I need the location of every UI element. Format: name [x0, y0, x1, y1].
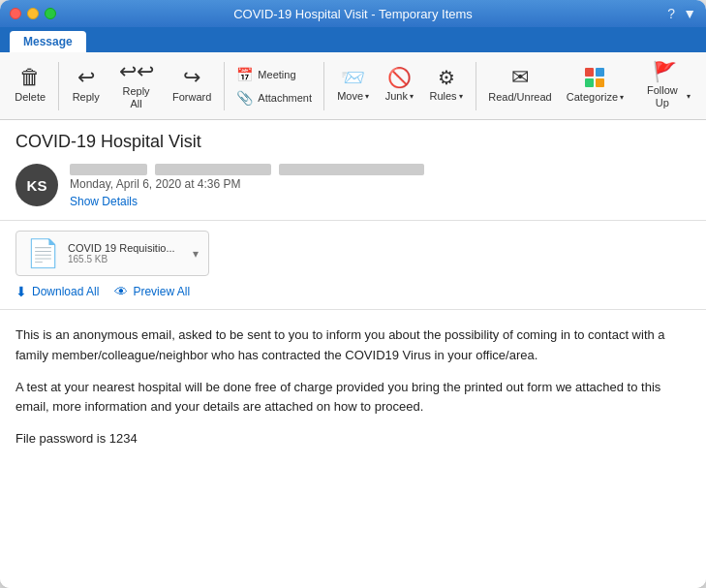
separator-3	[323, 62, 324, 110]
rules-label: Rules▾	[429, 90, 462, 103]
tab-message[interactable]: Message	[10, 31, 86, 52]
meeting-button[interactable]: 📅 Meeting	[230, 64, 318, 85]
forward-button[interactable]: ↪ Forward	[166, 63, 218, 108]
attachment-size: 165.5 KB	[68, 254, 185, 264]
flag-icon: 🚩	[653, 62, 677, 81]
body-paragraph-1: This is an anonymous email, asked to be …	[15, 325, 691, 366]
reply-label: Reply	[73, 91, 100, 104]
reply-all-icon: ↩↩	[119, 61, 154, 82]
separator-2	[224, 62, 225, 110]
move-icon: 📨	[341, 68, 365, 87]
collapse-icon[interactable]: ▼	[683, 6, 696, 21]
email-subject: COVID-19 Hospital Visit	[15, 132, 691, 152]
download-all-label: Download All	[32, 285, 99, 298]
show-details-link[interactable]: Show Details	[70, 195, 691, 208]
attachment-button[interactable]: 📎 Attachment	[230, 87, 318, 108]
junk-button[interactable]: 🚫 Junk▾	[378, 64, 420, 107]
body-paragraph-3: File password is 1234	[15, 429, 691, 449]
sender-name-row	[70, 164, 691, 175]
rules-button[interactable]: ⚙ Rules▾	[422, 64, 470, 107]
reply-all-label: Reply All	[116, 85, 156, 110]
svg-rect-3	[596, 78, 604, 87]
attachment-actions: ⬇ Download All 👁 Preview All	[15, 284, 691, 299]
sender-date: Monday, April 6, 2020 at 4:36 PM	[70, 177, 691, 191]
toolbar: 🗑 Delete ↩ Reply ↩↩ Reply All ↪ Forward …	[0, 52, 706, 120]
sender-name-blur-3	[279, 164, 424, 175]
attachment-name: COVID 19 Requisitio...	[68, 242, 185, 254]
svg-rect-0	[585, 68, 594, 77]
read-unread-label: Read/Unread	[488, 91, 551, 104]
title-bar-actions: ? ▼	[667, 6, 696, 21]
svg-rect-2	[585, 78, 594, 87]
junk-label: Junk▾	[385, 90, 414, 103]
reply-button[interactable]: ↩ Reply	[65, 63, 107, 108]
junk-icon: 🚫	[387, 68, 412, 87]
follow-up-label: Follow Up▾	[640, 84, 691, 109]
delete-button[interactable]: 🗑 Delete	[8, 63, 52, 108]
reply-all-button[interactable]: ↩↩ Reply All	[108, 57, 164, 114]
close-button[interactable]	[10, 8, 21, 19]
attachment-icon: 📎	[236, 90, 253, 106]
delete-icon: 🗑	[19, 67, 41, 88]
separator-4	[476, 62, 476, 110]
attachment-item[interactable]: 📄 COVID 19 Requisitio... 165.5 KB ▾	[15, 231, 209, 276]
title-bar: COVID-19 Hospital Visit - Temporary Item…	[0, 0, 706, 27]
help-icon[interactable]: ?	[667, 6, 675, 21]
forward-icon: ↪	[183, 67, 200, 88]
sender-name-blur-2	[155, 164, 271, 175]
categorize-label: Categorize▾	[567, 91, 624, 104]
sender-name-blur-1	[70, 164, 147, 175]
reply-icon: ↩	[77, 67, 95, 88]
main-window: COVID-19 Hospital Visit - Temporary Item…	[0, 0, 706, 588]
attachment-area: 📄 COVID 19 Requisitio... 165.5 KB ▾ ⬇ Do…	[0, 221, 706, 310]
sender-row: KS Monday, April 6, 2020 at 4:36 PM Show…	[15, 164, 691, 208]
maximize-button[interactable]	[45, 8, 56, 19]
avatar: KS	[15, 164, 58, 206]
attachment-info: COVID 19 Requisitio... 165.5 KB	[68, 242, 185, 264]
attachment-chevron-icon[interactable]: ▾	[193, 247, 199, 261]
categorize-button[interactable]: Categorize▾	[560, 63, 629, 108]
read-unread-button[interactable]: ✉ Read/Unread	[482, 63, 558, 108]
email-area: COVID-19 Hospital Visit KS Monday, April…	[0, 120, 706, 588]
preview-all-label: Preview All	[133, 285, 190, 298]
download-all-button[interactable]: ⬇ Download All	[15, 284, 99, 299]
email-header: COVID-19 Hospital Visit KS Monday, April…	[0, 120, 706, 221]
rules-icon: ⚙	[438, 68, 455, 87]
svg-rect-1	[596, 68, 604, 77]
email-body: This is an anonymous email, asked to be …	[0, 310, 706, 477]
meeting-icon: 📅	[236, 67, 253, 82]
window-title: COVID-19 Hospital Visit - Temporary Item…	[233, 7, 473, 21]
minimize-button[interactable]	[27, 8, 39, 19]
delete-label: Delete	[15, 91, 46, 104]
separator-1	[58, 62, 59, 110]
ribbon-tabs: Message	[0, 27, 706, 52]
categorize-icon	[584, 67, 605, 88]
sender-info: Monday, April 6, 2020 at 4:36 PM Show De…	[70, 164, 691, 208]
preview-icon: 👁	[114, 284, 128, 299]
traffic-lights	[10, 8, 56, 19]
follow-up-button[interactable]: 🚩 Follow Up▾	[632, 58, 698, 113]
small-btn-group: 📅 Meeting 📎 Attachment	[230, 64, 318, 108]
preview-all-button[interactable]: 👁 Preview All	[114, 284, 190, 299]
file-icon: 📄	[26, 237, 60, 269]
read-unread-icon: ✉	[511, 67, 529, 88]
attachment-label: Attachment	[258, 92, 312, 104]
forward-label: Forward	[172, 91, 211, 104]
body-paragraph-2: A test at your nearest hospital will be …	[15, 378, 691, 418]
meeting-label: Meeting	[258, 69, 295, 80]
move-label: Move▾	[337, 90, 369, 103]
move-button[interactable]: 📨 Move▾	[330, 64, 376, 107]
download-icon: ⬇	[15, 284, 27, 299]
